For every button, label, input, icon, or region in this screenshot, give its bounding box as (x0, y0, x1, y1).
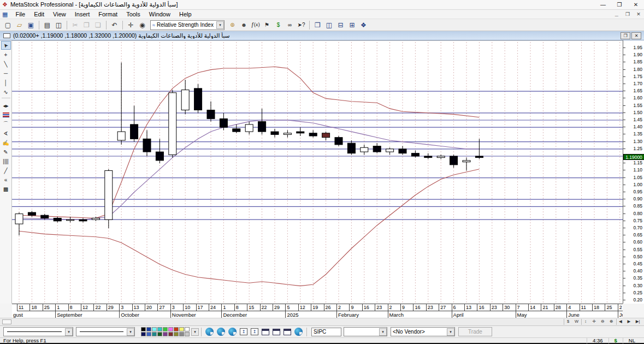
candle-body[interactable] (297, 132, 304, 133)
candle-body[interactable] (220, 118, 227, 127)
candle-body[interactable] (245, 124, 253, 132)
mdi-close-button[interactable]: ✕ (633, 10, 644, 19)
color-swatch[interactable] (185, 332, 190, 336)
chevron-down-icon[interactable]: ▾ (216, 21, 224, 29)
line-style-dropdown-2[interactable]: ▾ (76, 327, 135, 336)
candle-body[interactable] (347, 143, 355, 153)
candle-body[interactable] (41, 215, 49, 218)
chart-close-button[interactable]: ✕ (631, 32, 641, 39)
price-plot-area[interactable] (12, 40, 623, 304)
color-swatch[interactable] (157, 327, 162, 331)
fibonacci-fan-tool[interactable]: ∢ (1, 129, 11, 138)
menu-format[interactable]: Format (94, 10, 122, 18)
color-swatch[interactable] (146, 327, 151, 331)
zoom-out-button[interactable]: ⊖ (599, 319, 607, 325)
candle-body[interactable] (131, 124, 138, 139)
menu-insert[interactable]: Insert (70, 10, 94, 18)
chevron-down-icon[interactable]: ▾ (447, 328, 454, 336)
style-circle-1[interactable] (205, 328, 214, 336)
text-note-tool[interactable]: ✍ (1, 138, 11, 147)
candle-body[interactable] (475, 156, 483, 158)
undo-button-icon[interactable]: ↶ (109, 20, 120, 30)
candle-body[interactable] (373, 146, 381, 152)
color-swatch[interactable] (185, 327, 190, 331)
color-swatch[interactable] (168, 332, 173, 336)
window-bar-1[interactable] (262, 329, 269, 335)
candle-body[interactable] (233, 129, 240, 132)
cut-button-icon[interactable]: ✂ (69, 20, 81, 30)
candle-body[interactable] (463, 161, 470, 162)
line-style-dropdown-1[interactable]: ▾ (3, 327, 73, 336)
horizontal-line-tool[interactable]: ─ (1, 69, 11, 78)
style-circle-3[interactable] (228, 328, 237, 336)
chevron-down-icon[interactable]: ▾ (65, 328, 73, 336)
tile-grid-button-icon[interactable]: ⊞ (346, 20, 358, 30)
candle-body[interactable] (271, 132, 279, 134)
paste-button-icon[interactable]: ❏ (92, 20, 104, 30)
expert-advisor-button-icon[interactable]: ☻ (238, 20, 250, 30)
grid-tool[interactable]: ▩ (1, 185, 11, 193)
candle-body[interactable] (169, 93, 176, 155)
mdi-minimize-button[interactable]: ＿ (611, 10, 622, 19)
scroll-right-button[interactable]: ▶ (625, 319, 633, 325)
candle-body[interactable] (411, 153, 419, 156)
color-swatch[interactable] (157, 332, 162, 336)
close-button[interactable]: ✕ (628, 0, 644, 9)
color-swatch[interactable] (152, 332, 157, 336)
color-swatch[interactable] (174, 332, 179, 336)
candle-body[interactable] (437, 156, 445, 158)
chevron-down-icon[interactable]: ▾ (379, 328, 387, 336)
candle-body[interactable] (386, 149, 394, 152)
price-axis[interactable]: 1.951.901.851.801.751.701.651.601.551.50… (623, 40, 644, 304)
trade-button[interactable]: Trade (458, 327, 492, 336)
scrollbar-thumb[interactable] (2, 319, 11, 324)
restore-button[interactable]: ❐ (611, 0, 628, 9)
crosshair-tool[interactable]: + (1, 50, 11, 59)
new-chart-button-icon[interactable]: ▢ (2, 20, 14, 30)
style-circle-2[interactable] (217, 328, 225, 336)
tile-horizontal-button-icon[interactable]: ⊟ (335, 20, 346, 30)
zoom-menu-button-icon[interactable]: ◉ (137, 20, 148, 30)
scroll-left-button[interactable]: ◀ (616, 319, 624, 325)
zoom-in-button[interactable]: ⊕ (607, 319, 616, 325)
menu-tools[interactable]: Tools (122, 10, 145, 18)
context-help-button-icon[interactable]: ➤? (296, 20, 307, 30)
color-swatch[interactable] (179, 332, 184, 336)
palette-dropdown-arrow[interactable]: ▾ (191, 328, 199, 336)
color-swatch[interactable] (179, 327, 184, 331)
candle-body[interactable] (361, 147, 368, 152)
menu-edit[interactable]: Edit (29, 10, 49, 18)
print-button-icon[interactable]: ▤ (42, 20, 53, 30)
color-swatch[interactable] (152, 327, 157, 331)
trend-angle-tool[interactable]: ∿ (1, 87, 11, 96)
candle-body[interactable] (15, 214, 23, 224)
color-swatch[interactable] (174, 327, 179, 331)
menu-window[interactable]: Window (145, 10, 175, 18)
color-swatch[interactable] (163, 332, 168, 336)
candle-body[interactable] (450, 156, 458, 165)
dollar-scale-button[interactable]: $ (564, 319, 572, 325)
window-bar-2[interactable] (273, 329, 280, 335)
window-bar-3[interactable] (283, 329, 291, 335)
color-swatch[interactable] (141, 327, 146, 331)
print-preview-button-icon[interactable]: ◫ (53, 20, 64, 30)
mdi-restore-button[interactable]: ❐ (622, 10, 633, 19)
color-swatch[interactable] (146, 332, 151, 336)
gann-fan-tool[interactable]: « (1, 175, 11, 184)
copy-button-icon[interactable]: ❐ (81, 20, 92, 30)
trendline-alt-tool[interactable]: ╱ (1, 166, 11, 175)
candle-body[interactable] (322, 133, 330, 138)
candle-body[interactable] (335, 138, 342, 145)
chart-scrollbar[interactable]: $W↕✛⊖⊕◀▶▶| (0, 318, 644, 325)
vertical-fit-button[interactable]: ↕ (581, 319, 589, 325)
timeframe-dropdown[interactable]: ▾ (344, 327, 387, 336)
callout-tool[interactable]: ✎ (1, 147, 11, 156)
date-axis[interactable]: 111825gust18122229September3132027Octobe… (0, 304, 644, 318)
bollinger-lower-band[interactable] (19, 169, 479, 286)
tile-vertical-button-icon[interactable]: ◫ (323, 20, 335, 30)
pointer-tool[interactable]: ➤ (1, 41, 11, 50)
trendline-tool[interactable]: ╲ (1, 60, 11, 68)
layouts-button-icon[interactable]: ❖ (358, 20, 369, 30)
candle-body[interactable] (399, 149, 406, 153)
fibonacci-arcs-tool[interactable]: ⌒ (1, 120, 11, 128)
